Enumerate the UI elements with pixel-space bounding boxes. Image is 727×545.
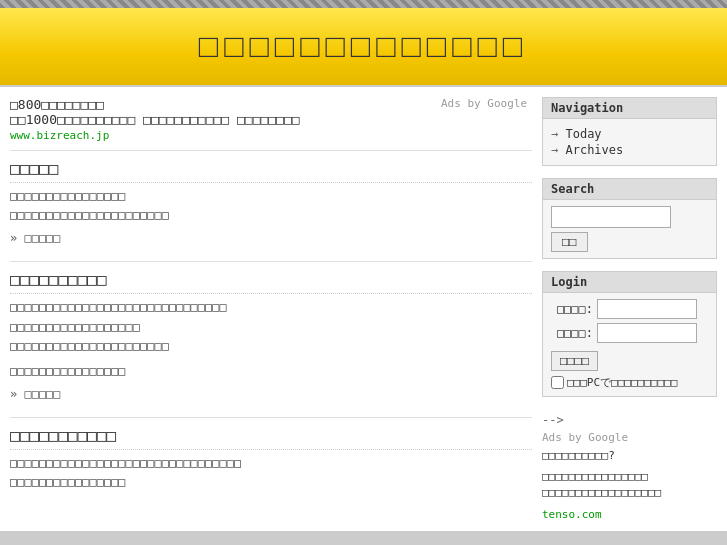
article-3-body: □□□□□□□□□□□□□□□□□□□□□□□□□□□□□□□□ □□□□□□□… [10,454,532,492]
article-3-line1: □□□□□□□□□□□□□□□□□□□□□□□□□□□□□□□□ [10,454,532,473]
sidebar-ad-question: □□□□□□□□□□? [542,448,717,465]
search-body: □□ [543,200,716,258]
article-2-line2: □□□□□□□□□□□□□□□□□□ [10,318,532,337]
sidebar-navigation: Navigation Today Archives [542,97,717,166]
ad-text-block: □800□□□□□□□□ □□1000□□□□□□□□□□ □□□□□□□□□□… [10,97,441,142]
navigation-body: Today Archives [543,119,716,165]
article-2-line1: □□□□□□□□□□□□□□□□□□□□□□□□□□□□□□ [10,298,532,317]
navigation-title: Navigation [543,98,716,119]
sidebar-search: Search □□ [542,178,717,259]
top-decorative-bar [0,0,727,8]
article-1-line2: □□□□□□□□□□□□□□□□□□□□□□ [10,206,532,225]
sidebar-item-today[interactable]: Today [551,127,708,141]
sidebar-ad-body: □□□□□□□□□□□□□□□□ □□□□□□□□□□□□□□□□□□ [542,469,717,502]
article-2: □□□□□□□□□□ □□□□□□□□□□□□□□□□□□□□□□□□□□□□□… [10,261,532,401]
article-1: □□□□□ □□□□□□□□□□□□□□□□ □□□□□□□□□□□□□□□□□… [10,150,532,245]
article-1-more[interactable]: » □□□□□ [10,231,532,245]
sidebar-login: Login □□□□: □□□□: □□□□ □□□PCで□□□□□□□□□□ [542,271,717,397]
article-1-line1: □□□□□□□□□□□□□□□□ [10,187,532,206]
article-3-line2: □□□□□□□□□□□□□□□□ [10,473,532,492]
header-banner: □□□□□□□□□□□□□ [0,8,727,87]
username-input[interactable] [597,299,697,319]
username-row: □□□□: [551,299,708,319]
password-input[interactable] [597,323,697,343]
sidebar-ad-block: □□□□□□□□□□? □□□□□□□□□□□□□□□□ □□□□□□□□□□□… [542,448,717,521]
sidebar-arrow: --> [542,409,717,431]
article-1-body: □□□□□□□□□□□□□□□□ □□□□□□□□□□□□□□□□□□□□□□ [10,187,532,225]
search-title: Search [543,179,716,200]
site-title: □□□□□□□□□□□□□ [0,28,727,65]
username-label: □□□□: [551,302,593,316]
article-3-title: □□□□□□□□□□□ [10,426,532,450]
login-button[interactable]: □□□□ [551,351,598,371]
article-2-more[interactable]: » □□□□□ [10,387,532,401]
article-3: □□□□□□□□□□□ □□□□□□□□□□□□□□□□□□□□□□□□□□□□… [10,417,532,492]
search-button[interactable]: □□ [551,232,588,252]
password-label: □□□□: [551,326,593,340]
ad-link[interactable]: www.bizreach.jp [10,129,109,142]
ad-line1: □800□□□□□□□□ [10,97,441,112]
sidebar-item-archives[interactable]: Archives [551,143,708,157]
article-2-extra: □□□□□□□□□□□□□□□□ [10,362,532,381]
content-area: □800□□□□□□□□ □□1000□□□□□□□□□□ □□□□□□□□□□… [10,97,532,521]
article-2-title: □□□□□□□□□□ [10,270,532,294]
article-2-line3: □□□□□□□□□□□□□□□□□□□□□□ [10,337,532,356]
remember-checkbox[interactable] [551,376,564,389]
password-row: □□□□: [551,323,708,343]
sidebar-ads-google: Ads by Google [542,431,717,444]
ad-line2: □□1000□□□□□□□□□□ □□□□□□□□□□□ □□□□□□□□ [10,112,441,127]
ads-by-google-label: Ads by Google [441,97,532,110]
sidebar-ad-link[interactable]: tenso.com [542,508,602,521]
remember-row: □□□PCで□□□□□□□□□□ [551,375,708,390]
main-layout: □800□□□□□□□□ □□1000□□□□□□□□□□ □□□□□□□□□□… [0,87,727,531]
article-2-body: □□□□□□□□□□□□□□□□□□□□□□□□□□□□□□ □□□□□□□□□… [10,298,532,356]
login-title: Login [543,272,716,293]
search-input[interactable] [551,206,671,228]
login-body: □□□□: □□□□: □□□□ □□□PCで□□□□□□□□□□ [543,293,716,396]
remember-label: □□□PCで□□□□□□□□□□ [567,375,677,390]
sidebar: Navigation Today Archives Search □□ [542,97,717,521]
article-1-title: □□□□□ [10,159,532,183]
top-ad-block: □800□□□□□□□□ □□1000□□□□□□□□□□ □□□□□□□□□□… [10,97,532,142]
